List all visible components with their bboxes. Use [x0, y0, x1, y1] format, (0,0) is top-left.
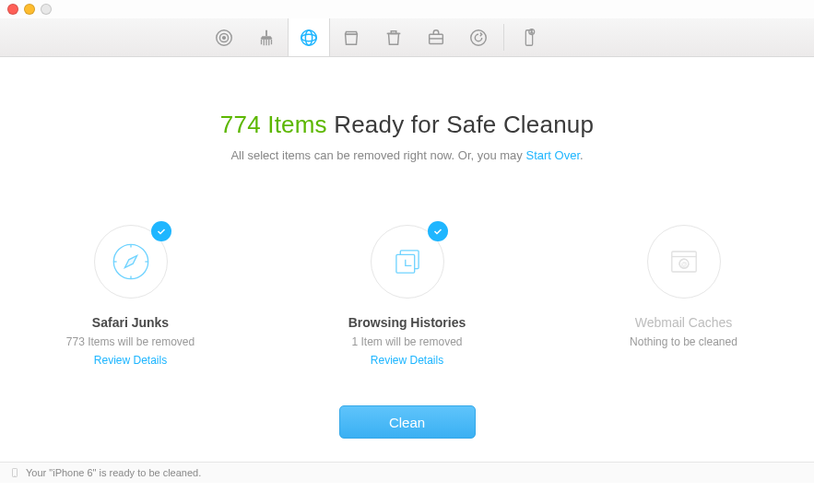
category-cards: Safari Junks 773 Items will be removed R… [0, 225, 814, 367]
tab-trash[interactable] [372, 18, 415, 56]
tab-internet[interactable] [288, 18, 330, 56]
subline: All select items can be removed right no… [0, 148, 814, 162]
card-webmail-caches: @ Webmail Caches Nothing to be cleaned [601, 225, 767, 367]
review-details-link[interactable]: Review Details [94, 354, 167, 367]
tab-toolbox[interactable] [415, 18, 457, 56]
tab-system[interactable] [330, 18, 372, 56]
card-sub: 773 Items will be removed [66, 335, 195, 348]
zoom-window-button[interactable] [41, 4, 52, 15]
review-details-link[interactable]: Review Details [371, 354, 443, 367]
start-over-link[interactable]: Start Over [525, 148, 580, 162]
item-count: 774 Items [220, 111, 327, 138]
close-window-button[interactable] [7, 4, 18, 15]
svg-point-4 [301, 29, 317, 45]
headline-rest: Ready for Safe Cleanup [327, 111, 594, 138]
tab-quickclean[interactable] [203, 18, 245, 56]
card-title: Safari Junks [92, 315, 169, 330]
phone-icon [9, 465, 20, 480]
webmail-icon-circle[interactable]: @ [647, 225, 721, 299]
status-bar: Your "iPhone 6" is ready to be cleaned. [0, 462, 814, 483]
svg-rect-3 [265, 29, 267, 35]
card-sub: 1 Item will be removed [351, 335, 462, 348]
checked-badge[interactable] [428, 221, 448, 241]
tab-device[interactable]: 1 [508, 18, 550, 56]
window-titlebar [0, 0, 814, 18]
headline: 774 Items Ready for Safe Cleanup [0, 111, 814, 139]
minimize-window-button[interactable] [24, 4, 35, 15]
card-browsing-histories: Browsing Histories 1 Item will be remove… [324, 225, 490, 367]
status-text: Your "iPhone 6" is ready to be cleaned. [26, 467, 201, 478]
clean-button[interactable]: Clean [339, 405, 476, 439]
webmail-icon: @ [664, 241, 704, 282]
toolbar: 1 [0, 18, 814, 57]
card-title: Webmail Caches [635, 315, 733, 330]
main-content: 774 Items Ready for Safe Cleanup All sel… [0, 57, 814, 483]
tab-macclean[interactable] [245, 18, 288, 56]
check-icon [156, 226, 167, 237]
history-icon [387, 241, 428, 282]
svg-point-10 [471, 29, 487, 45]
tab-update[interactable] [457, 18, 500, 56]
checked-badge[interactable] [151, 221, 171, 241]
card-title: Browsing Histories [348, 315, 466, 330]
compass-icon [111, 241, 151, 282]
check-icon [432, 226, 443, 237]
svg-point-6 [305, 29, 312, 45]
svg-text:@: @ [680, 261, 687, 267]
card-sub: Nothing to be cleaned [630, 335, 737, 348]
card-safari-junks: Safari Junks 773 Items will be removed R… [48, 225, 214, 367]
svg-point-5 [301, 34, 317, 41]
svg-point-2 [223, 36, 226, 39]
